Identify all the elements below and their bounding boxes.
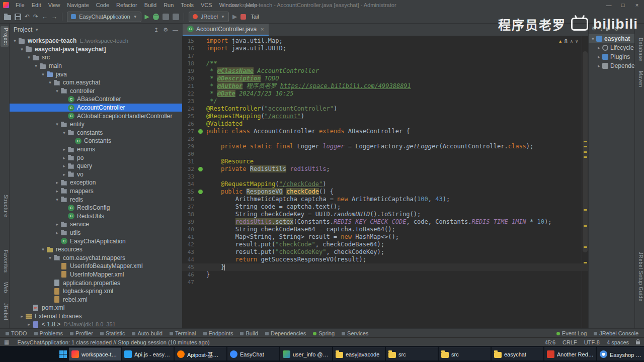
lock-icon[interactable] — [636, 341, 640, 344]
line-separator[interactable]: CRLF — [562, 339, 577, 345]
chevron-down-icon[interactable]: ▾ — [54, 122, 60, 127]
taskbar-item-src[interactable]: src — [386, 347, 438, 360]
tree-item-workspace-teach[interactable]: ▾workspace-teachE:\workspace-teach — [10, 37, 182, 45]
chevron-down-icon[interactable]: ▾ — [47, 80, 53, 85]
taskbar-item-easychat[interactable]: easychat — [492, 347, 543, 360]
chevron-down-icon[interactable]: ▾ — [40, 72, 46, 77]
tree-item-userinfomapper-xml[interactable]: UserInfoMapper.xml — [10, 270, 182, 279]
save-all-icon[interactable] — [15, 14, 21, 20]
tree-item-redisconfig[interactable]: RedisConfig — [10, 204, 182, 212]
chevron-down-icon[interactable]: ▾ — [61, 130, 67, 135]
tree-item-com-easychat[interactable]: ▾com.easychat — [10, 78, 182, 87]
tree-item-application-properties[interactable]: application.properties — [10, 279, 182, 287]
tool-stripe-structure[interactable]: Structure — [1, 193, 9, 219]
tree-item-com-easychat-mappers[interactable]: ▾com.easychat.mappers — [10, 253, 182, 262]
maven-item-dependencies[interactable]: ▸Dependencies — [589, 61, 635, 70]
toolwindow-button-terminal[interactable]: Terminal — [166, 330, 200, 336]
code-editor[interactable]: ▲ 8 ∧ ∨ 15import java.util.Map;16import … — [182, 36, 588, 328]
tree-item-redisutils[interactable]: RedisUtils — [10, 212, 182, 220]
tree-item-query[interactable]: ▸query — [10, 162, 182, 170]
tree-item-enums[interactable]: ▸enums — [10, 145, 182, 154]
menu-view[interactable]: View — [45, 0, 64, 10]
undo-icon[interactable]: ↶ — [25, 13, 30, 20]
inspections-widget[interactable]: ▲ 8 ∧ ∨ — [559, 38, 578, 45]
indent-setting[interactable]: 4 spaces — [607, 339, 629, 345]
tool-stripe-favorites[interactable]: Favorites — [1, 248, 9, 275]
chevron-right-icon[interactable]: ▸ — [61, 155, 67, 160]
prev-warning-icon[interactable]: ∧ — [570, 38, 573, 45]
toolwindow-switcher-icon[interactable]: ▦ — [4, 339, 9, 345]
toolwindow-button-services[interactable]: Services — [338, 330, 372, 336]
chevron-down-icon[interactable]: ▾ — [47, 255, 53, 260]
tree-item-entity[interactable]: ▾entity — [10, 120, 182, 129]
tree-item-main[interactable]: ▾main — [10, 62, 182, 70]
toolwindow-button-endpoints[interactable]: Endpoints — [200, 330, 237, 336]
menu-run[interactable]: Run — [160, 0, 177, 10]
rerun-icon[interactable]: ▶ — [232, 13, 237, 20]
taskbar-item-easyshop[interactable]: Easyshop 老罗的教程演示 — [597, 347, 644, 360]
editor-tab-accountcontroller[interactable]: AccountController.java × — [183, 23, 269, 36]
chevron-down-icon[interactable]: ▼ — [35, 28, 39, 32]
tool-stripe-database[interactable]: Database — [635, 36, 643, 63]
chevron-down-icon[interactable]: ▾ — [12, 38, 18, 43]
chevron-right-icon[interactable]: ▸ — [54, 230, 60, 235]
toolwindow-button-problems[interactable]: Problems — [31, 330, 66, 336]
taskbar-item-apipost[interactable]: Apipost-基于协作，不止 — [175, 347, 226, 360]
chevron-down-icon[interactable]: ▾ — [590, 36, 596, 41]
chevron-right-icon[interactable]: ▸ — [596, 54, 602, 59]
tool-stripe-jrebel-setup-guide[interactable]: JRebel Setup Guide — [635, 250, 643, 303]
gear-icon[interactable]: ⚙ — [163, 27, 168, 33]
tree-item-1-8[interactable]: ▸< 1.8 >D:\Java\jdk1.8.0_351 — [10, 320, 182, 328]
tree-item-constants[interactable]: ▾constants — [10, 129, 182, 137]
chevron-right-icon[interactable]: ▸ — [54, 189, 60, 194]
tree-item-redis[interactable]: ▾redis — [10, 195, 182, 204]
tree-item-vo[interactable]: ▸vo — [10, 170, 182, 179]
collapse-all-icon[interactable]: ↥ — [154, 27, 158, 33]
chevron-right-icon[interactable]: ▸ — [54, 180, 60, 185]
tree-item-mappers[interactable]: ▸mappers — [10, 187, 182, 196]
chevron-right-icon[interactable]: ▸ — [19, 314, 25, 319]
back-icon[interactable]: ← — [42, 13, 48, 20]
jrebel-select[interactable]: JRebel ▼ — [189, 12, 229, 22]
close-tab-icon[interactable]: × — [261, 26, 264, 32]
tree-item-constants[interactable]: Constants — [10, 137, 182, 145]
toolwindow-button-event-log[interactable]: Event Log — [553, 330, 591, 336]
toolwindow-button-statistic[interactable]: Statistic — [97, 330, 129, 336]
spring-bean-icon[interactable] — [197, 188, 205, 196]
tree-item-pom-xml[interactable]: pom.xml — [10, 304, 182, 312]
chevron-down-icon[interactable]: ▾ — [54, 88, 60, 94]
menu-edit[interactable]: Edit — [28, 0, 45, 10]
menu-build[interactable]: Build — [141, 0, 160, 10]
tree-item-service[interactable]: ▸service — [10, 220, 182, 229]
menu-tools[interactable]: Tools — [177, 0, 197, 10]
run-maven-icon[interactable]: ▶ — [606, 26, 610, 32]
taskbar-item-workspace-teach-acco[interactable]: workspace-teach – Acco... — [69, 347, 121, 360]
run-configuration-select[interactable]: EasyChatApplication ▼ — [67, 12, 141, 22]
tree-item-aglobalexceptionhandlercontroller[interactable]: AGlobalExceptionHandlerController — [10, 112, 182, 120]
menu-vcs[interactable]: VCS — [197, 0, 216, 10]
maximize-button[interactable]: □ — [616, 0, 630, 10]
tree-item-abasecontroller[interactable]: ABaseController — [10, 95, 182, 104]
tree-item-utils[interactable]: ▸utils — [10, 229, 182, 237]
profiler-button[interactable] — [173, 14, 179, 20]
maven-item-lifecycle[interactable]: ▸Lifecycle — [589, 43, 635, 52]
tree-item-accountcontroller[interactable]: AccountController — [10, 104, 182, 112]
tool-stripe-maven[interactable]: Maven — [635, 69, 643, 89]
chevron-right-icon[interactable]: ▸ — [61, 163, 67, 168]
chevron-right-icon[interactable]: ▸ — [596, 45, 602, 50]
menu-file[interactable]: File — [12, 0, 28, 10]
tree-item-po[interactable]: ▸po — [10, 153, 182, 162]
close-button[interactable]: × — [630, 0, 644, 10]
chevron-down-icon[interactable]: ▾ — [26, 55, 32, 60]
debug-button[interactable] — [153, 14, 159, 20]
download-icon[interactable]: ↓ — [600, 26, 603, 32]
taskbar-item-easychat[interactable]: EasyChat — [227, 347, 279, 360]
taskbar-item-another-redis-desktop[interactable]: Another Redis Desktop... — [544, 347, 596, 360]
hide-panel-icon[interactable]: — — [173, 27, 178, 33]
tree-item-resources[interactable]: ▾resources — [10, 245, 182, 254]
tree-item-exception[interactable]: ▸exception — [10, 178, 182, 187]
next-warning-icon[interactable]: ∨ — [576, 38, 578, 45]
toolwindow-button-auto-build[interactable]: Auto-build — [128, 330, 166, 336]
spring-bean-icon[interactable] — [197, 128, 205, 135]
forward-icon[interactable]: → — [51, 13, 57, 20]
